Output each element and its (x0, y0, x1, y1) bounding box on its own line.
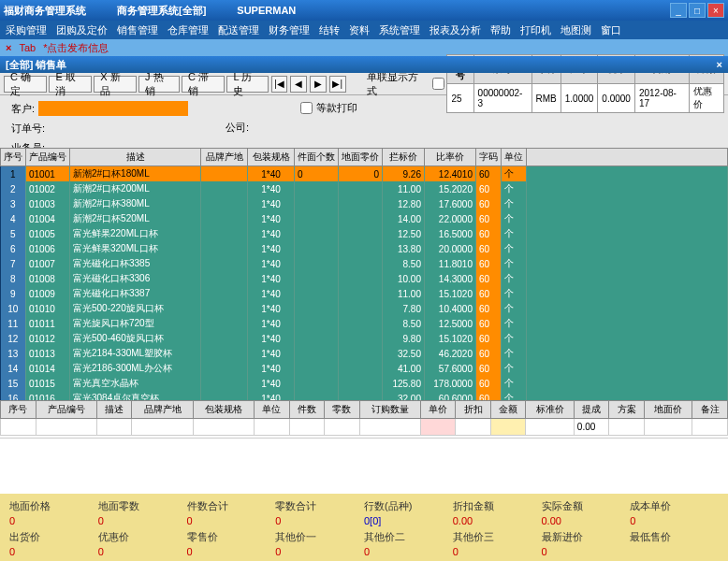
col-header[interactable]: 品牌产地 (201, 149, 248, 166)
empty-area (0, 438, 728, 494)
menu-item-5[interactable]: 财务管理 (269, 23, 310, 37)
panel-close-icon[interactable]: × (717, 59, 722, 70)
cancel-button[interactable]: E 取消 (49, 76, 92, 93)
nav-last-button[interactable]: ▶| (329, 76, 346, 93)
doc-title: 商务管理系统[全部] (117, 5, 206, 16)
product-row[interactable]: 101001新潮2#口杯180ML1*40009.2612.401060个 (1, 166, 728, 182)
product-row[interactable]: 1001010富光500-220旋风口杯1*407.8010.400060个 (1, 301, 728, 316)
tab-publish[interactable]: *点击发布信息 (43, 41, 109, 55)
order-label: 订单号: (11, 122, 45, 136)
panel-title: [全部] 销售单 (6, 58, 66, 72)
product-row[interactable]: 201002新潮2#口杯200ML1*4011.0015.202060个 (1, 181, 728, 196)
menu-item-3[interactable]: 仓库管理 (167, 23, 209, 37)
user-name: SUPERMAN (237, 5, 296, 16)
order-line-grid[interactable]: 序号产品编号描述品牌产地包装规格单位件数零数订购数量单价折扣金额标准价提成方案地… (0, 400, 728, 438)
company-label: 公司: (226, 121, 249, 135)
product-row[interactable]: 1101011富光旋风口杯720型1*408.5012.500060个 (1, 316, 728, 331)
tab-main[interactable]: Tab (19, 42, 36, 53)
menu-item-4[interactable]: 配送管理 (218, 23, 259, 37)
nav-first-button[interactable]: |◀ (271, 76, 288, 93)
nav-prev-button[interactable]: ◀ (290, 76, 307, 93)
close-button[interactable]: × (707, 3, 724, 18)
product-row[interactable]: 701007富光磁化口杯33851*408.5011.801060个 (1, 256, 728, 271)
nav-next-button[interactable]: ▶ (310, 76, 327, 93)
product-row[interactable]: 401004新潮2#口杯520ML1*4014.0022.000060个 (1, 211, 728, 226)
product-row[interactable]: 1501015富光真空水晶杯1*40125.80178.000060个 (1, 376, 728, 391)
col-header[interactable]: 序号 (1, 149, 26, 166)
tab-close-icon[interactable]: × (6, 42, 11, 53)
slow-button[interactable]: C 滞销 (182, 76, 225, 93)
menu-item-9[interactable]: 报表及分析 (430, 23, 481, 37)
product-row[interactable]: 1401014富光2186-300ML办公杯1*4041.0057.600060… (1, 361, 728, 376)
product-row[interactable]: 601006富光鲜果320ML口杯1*4013.8020.000060个 (1, 241, 728, 256)
col-header[interactable]: 描述 (70, 149, 201, 166)
product-row[interactable]: 801008富光磁化口杯33061*4010.0014.300060个 (1, 271, 728, 286)
summary-panel: 地面价格0地面零数0件数合计0零数合计0行数(品种)0[0]折扣金额0.00实际… (0, 494, 728, 561)
hot-button[interactable]: J 热销 (138, 76, 180, 93)
menu-item-10[interactable]: 帮助 (490, 23, 511, 37)
product-row[interactable]: 1201012富光500-460旋风口杯1*409.8015.102060个 (1, 331, 728, 346)
col-header[interactable]: 产品编号 (26, 149, 70, 166)
mode-label: 单联显示方式 (367, 70, 428, 98)
app-title: 福财商务管理系统 (4, 5, 86, 16)
history-button[interactable]: L 历史 (226, 76, 268, 93)
product-grid[interactable]: 序号产品编号描述品牌产地包装规格件面个数地面零价拦标价比率价字码单位101001… (0, 148, 728, 400)
menu-item-2[interactable]: 销售管理 (117, 23, 158, 37)
new-button[interactable]: X 新品 (94, 76, 137, 93)
col-header[interactable]: 单位 (502, 149, 527, 166)
menu-item-7[interactable]: 资料 (349, 23, 370, 37)
maximize-button[interactable]: □ (689, 3, 706, 18)
col-header[interactable]: 地面零价 (339, 149, 383, 166)
product-row[interactable]: 901009富光磁化口杯33871*4011.0015.102060个 (1, 286, 728, 301)
col-header[interactable]: 包装规格 (248, 149, 295, 166)
menu-item-13[interactable]: 窗口 (601, 23, 621, 37)
product-row[interactable]: 301003新潮2#口杯380ML1*4012.8017.600060个 (1, 196, 728, 211)
print-label: 等款打印 (316, 101, 357, 115)
confirm-button[interactable]: C 确定 (4, 76, 47, 93)
menu-item-6[interactable]: 结转 (319, 23, 340, 37)
col-header[interactable]: 比率价 (425, 149, 476, 166)
print-checkbox[interactable] (300, 102, 313, 114)
menu-item-11[interactable]: 打印机 (520, 23, 551, 37)
col-header[interactable]: 件面个数 (295, 149, 339, 166)
customer-field[interactable] (38, 101, 188, 116)
menu-item-8[interactable]: 系统管理 (379, 23, 420, 37)
minimize-button[interactable]: _ (670, 3, 687, 18)
product-row[interactable]: 1301013富光2184-330ML塑胶杯1*4032.5046.202060… (1, 346, 728, 361)
menu-item-0[interactable]: 采购管理 (6, 23, 47, 37)
product-row[interactable]: 501005富光鲜果220ML口杯1*4012.5016.500060个 (1, 226, 728, 241)
col-header[interactable]: 拦标价 (383, 149, 425, 166)
col-header[interactable]: 字码 (476, 149, 502, 166)
mode-checkbox[interactable] (432, 78, 444, 90)
product-row[interactable]: 1601016富光3084卓尔真空杯1*4032.0060.600060个 (1, 391, 728, 400)
menu-item-1[interactable]: 团购及定价 (56, 23, 108, 37)
menu-item-12[interactable]: 地图测 (561, 23, 591, 37)
customer-label: 客户: (11, 102, 35, 116)
